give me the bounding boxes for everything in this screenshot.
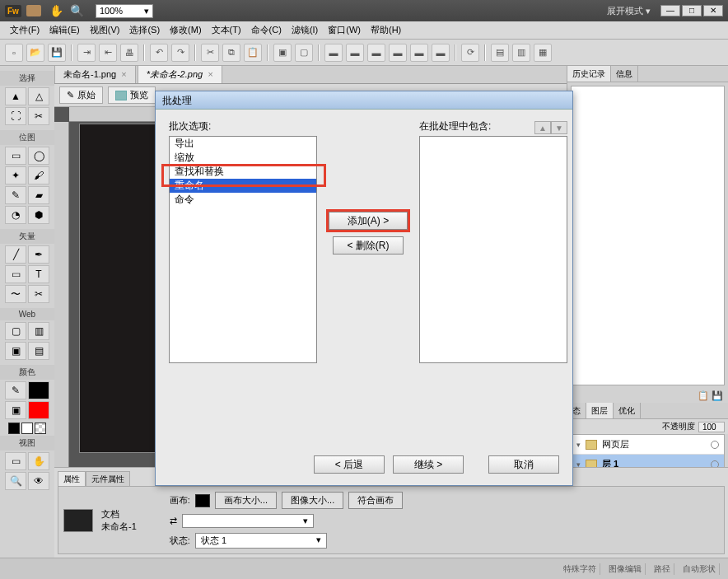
knife-tool-icon[interactable]: ✂ bbox=[28, 285, 49, 303]
group-icon[interactable]: ▣ bbox=[273, 44, 292, 62]
hand-icon[interactable]: ✋ bbox=[49, 4, 63, 17]
footer-special[interactable]: 特殊字符 bbox=[560, 563, 600, 575]
footer-path[interactable]: 路径 bbox=[651, 563, 674, 575]
stamp-tool-icon[interactable]: ⬢ bbox=[28, 206, 49, 224]
show-tool-icon[interactable]: ▤ bbox=[28, 342, 49, 360]
blur-tool-icon[interactable]: ◔ bbox=[5, 206, 26, 224]
menu-text[interactable]: 文本(T) bbox=[208, 22, 245, 38]
canvas-color[interactable] bbox=[195, 494, 210, 507]
eraser-tool-icon[interactable]: ▰ bbox=[28, 186, 49, 204]
option-commands[interactable]: 命令 bbox=[170, 193, 316, 207]
mode-label[interactable]: 展开模式 ▾ bbox=[607, 5, 651, 17]
align5-icon[interactable]: ▬ bbox=[410, 44, 428, 62]
pen-tool-icon[interactable]: ✒ bbox=[28, 245, 49, 264]
menu-view[interactable]: 视图(V) bbox=[86, 22, 124, 38]
add-button[interactable]: 添加(A) > bbox=[329, 212, 408, 230]
align6-icon[interactable]: ▬ bbox=[432, 44, 450, 62]
undo-icon[interactable]: ↶ bbox=[150, 44, 168, 62]
cancel-button[interactable]: 取消 bbox=[488, 455, 559, 474]
maximize-button[interactable]: □ bbox=[682, 5, 702, 16]
tab-history[interactable]: 历史记录 bbox=[567, 66, 611, 82]
back-button[interactable]: < 后退 bbox=[314, 455, 385, 474]
scale-tool-icon[interactable]: ⛶ bbox=[5, 107, 26, 125]
state-select[interactable]: 状态 1▾ bbox=[195, 533, 327, 549]
ungroup-icon[interactable]: ▢ bbox=[295, 44, 313, 62]
zoom-tool-icon[interactable]: 🔍 bbox=[5, 472, 26, 490]
redo-icon[interactable]: ↷ bbox=[171, 44, 189, 62]
stroke-swatch[interactable] bbox=[28, 381, 49, 399]
zoom-icon[interactable]: 🔍 bbox=[70, 4, 84, 17]
tab-symbol-properties[interactable]: 元件属性 bbox=[86, 471, 130, 486]
close-icon[interactable]: × bbox=[121, 69, 126, 79]
stroke-color[interactable]: ✎ bbox=[5, 381, 26, 399]
pointer-tool-icon[interactable]: ▲ bbox=[5, 87, 26, 105]
option-scale[interactable]: 缩放 bbox=[170, 151, 316, 165]
pencil-tool-icon[interactable]: ✎ bbox=[5, 186, 26, 204]
hotspot-tool-icon[interactable]: ▢ bbox=[5, 322, 26, 340]
menu-file[interactable]: 文件(F) bbox=[7, 22, 43, 38]
move-down-button[interactable]: ▼ bbox=[551, 121, 567, 134]
hand-tool-icon[interactable]: ✋ bbox=[28, 452, 49, 470]
freeform-tool-icon[interactable]: 〜 bbox=[5, 285, 26, 303]
new-icon[interactable]: ▫ bbox=[5, 44, 23, 62]
fill-color[interactable]: ▣ bbox=[5, 401, 26, 419]
minimize-button[interactable]: — bbox=[660, 5, 680, 16]
subselect-tool-icon[interactable]: △ bbox=[28, 87, 49, 105]
import-icon[interactable]: ⇥ bbox=[77, 44, 96, 62]
rect-tool-icon[interactable]: ▭ bbox=[5, 265, 26, 283]
remove-button[interactable]: < 删除(R) bbox=[333, 236, 404, 254]
footer-image-edit[interactable]: 图像编辑 bbox=[605, 563, 646, 575]
align1-icon[interactable]: ▬ bbox=[324, 44, 343, 62]
option-export[interactable]: 导出 bbox=[170, 137, 316, 151]
layer2-icon[interactable]: ▥ bbox=[512, 44, 530, 62]
save-icon[interactable]: 💾 bbox=[48, 44, 66, 62]
menu-filters[interactable]: 滤镜(I) bbox=[288, 22, 321, 38]
swap-black[interactable] bbox=[8, 423, 20, 434]
align3-icon[interactable]: ▬ bbox=[367, 44, 385, 62]
paste-icon[interactable]: 📋 bbox=[244, 44, 262, 62]
batch-options-list[interactable]: 导出 缩放 查找和替换 重命名 命令 bbox=[169, 136, 317, 363]
wand-tool-icon[interactable]: ✦ bbox=[5, 166, 26, 184]
zoom-select[interactable]: 100%▾ bbox=[96, 4, 153, 18]
fit-canvas-button[interactable]: 符合画布 bbox=[348, 492, 403, 509]
option-rename[interactable]: 重命名 bbox=[170, 179, 316, 193]
option-find-replace[interactable]: 查找和替换 bbox=[170, 165, 316, 179]
canvas-size-button[interactable]: 画布大小... bbox=[215, 492, 277, 509]
tab-doc1[interactable]: 未命名-1.png× bbox=[54, 65, 136, 83]
slice-tool-icon[interactable]: ▥ bbox=[28, 322, 49, 340]
menu-edit[interactable]: 编辑(E) bbox=[46, 22, 83, 38]
tab-properties[interactable]: 属性 bbox=[58, 471, 86, 486]
export-icon[interactable]: ⇤ bbox=[99, 44, 117, 62]
cut-icon[interactable]: ✂ bbox=[201, 44, 219, 62]
menu-select[interactable]: 选择(S) bbox=[126, 22, 163, 38]
layer-web[interactable]: ▾网页层 bbox=[572, 435, 724, 455]
layer3-icon[interactable]: ▦ bbox=[534, 44, 552, 62]
copy-icon[interactable]: ⧉ bbox=[222, 44, 240, 62]
preview-tool-icon[interactable]: 👁 bbox=[28, 472, 49, 490]
tab-doc2[interactable]: *未命名-2.png× bbox=[138, 65, 222, 83]
hide-tool-icon[interactable]: ▣ bbox=[5, 342, 26, 360]
pages-select[interactable]: ▾ bbox=[182, 514, 314, 528]
fill-swatch[interactable] bbox=[28, 401, 49, 419]
layer1-icon[interactable]: ▤ bbox=[491, 44, 509, 62]
brush-tool-icon[interactable]: 🖌 bbox=[28, 166, 49, 184]
marquee-tool-icon[interactable]: ▭ bbox=[5, 147, 26, 165]
align4-icon[interactable]: ▬ bbox=[389, 44, 407, 62]
rotate-icon[interactable]: ⟳ bbox=[461, 44, 479, 62]
open-icon[interactable]: 📂 bbox=[26, 44, 44, 62]
menu-modify[interactable]: 修改(M) bbox=[166, 22, 205, 38]
line-tool-icon[interactable]: ╱ bbox=[5, 245, 26, 264]
opacity-value[interactable]: 100 bbox=[698, 422, 725, 432]
close-button[interactable]: ✕ bbox=[703, 5, 723, 16]
swap-none[interactable] bbox=[35, 423, 46, 434]
tab-info[interactable]: 信息 bbox=[611, 66, 638, 82]
save-icon[interactable]: 💾 bbox=[712, 390, 723, 400]
screen-mode-icon[interactable]: ▭ bbox=[5, 452, 26, 470]
menu-commands[interactable]: 命令(C) bbox=[248, 22, 285, 38]
crop-tool-icon[interactable]: ✂ bbox=[28, 107, 49, 125]
tab-optimize[interactable]: 优化 bbox=[614, 403, 641, 418]
footer-autoshape[interactable]: 自动形状 bbox=[679, 563, 720, 575]
move-up-button[interactable]: ▲ bbox=[534, 121, 551, 134]
close-icon[interactable]: × bbox=[208, 69, 212, 79]
menu-help[interactable]: 帮助(H) bbox=[367, 22, 404, 38]
